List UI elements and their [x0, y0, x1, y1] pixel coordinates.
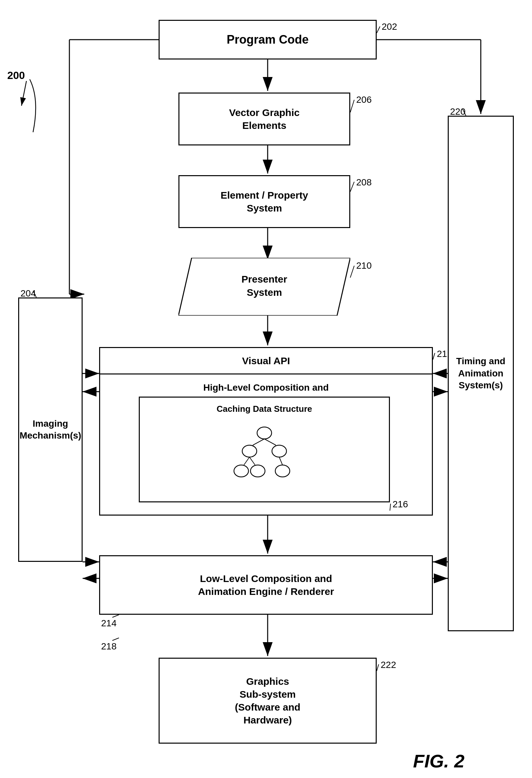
svg-line-49: [112, 638, 119, 640]
graphics-subsystem-label: GraphicsSub-system(Software andHardware): [235, 675, 300, 726]
svg-line-48: [21, 81, 26, 106]
program-code-box: Program Code: [159, 20, 377, 60]
imaging-box: ImagingMechanism(s): [18, 298, 83, 562]
svg-point-34: [272, 445, 287, 457]
ref-210: 210: [356, 260, 372, 271]
timing-animation-label: Timing andAnimationSystem(s): [456, 355, 506, 391]
diagram: Program Code 202 Vector GraphicElements …: [0, 0, 532, 778]
ref-206: 206: [356, 94, 372, 105]
caching-data-box: Caching Data Structure: [139, 397, 390, 502]
svg-line-45: [377, 664, 379, 671]
vector-graphic-label: Vector GraphicElements: [229, 106, 299, 132]
svg-line-44: [112, 615, 119, 617]
ref-218: 218: [101, 641, 117, 652]
timing-animation-box: Timing andAnimationSystem(s): [448, 116, 514, 631]
svg-line-30: [350, 266, 354, 278]
svg-line-25: [350, 100, 354, 112]
svg-point-36: [250, 465, 265, 477]
vector-graphic-box: Vector GraphicElements: [178, 92, 350, 145]
program-code-label: Program Code: [227, 32, 309, 48]
presenter-svg: Presenter System: [178, 258, 350, 316]
svg-line-39: [264, 439, 276, 445]
svg-point-33: [242, 445, 257, 457]
svg-text:System: System: [247, 287, 282, 298]
graphics-subsystem-box: GraphicsSub-system(Software andHardware): [159, 658, 377, 744]
ref-208: 208: [356, 177, 372, 188]
caching-tree-illustration: [231, 423, 297, 482]
ref-200: 200: [7, 69, 25, 82]
svg-line-40: [244, 457, 249, 465]
ref-204: 204: [20, 288, 36, 299]
visual-api-label: Visual API: [242, 354, 290, 367]
fig-label: FIG. 2: [413, 750, 465, 772]
ll-composition-label: Low-Level Composition andAnimation Engin…: [198, 572, 334, 598]
svg-line-42: [279, 457, 283, 465]
svg-line-24: [377, 26, 380, 33]
ref-220: 220: [450, 106, 466, 117]
svg-point-37: [275, 465, 290, 477]
ref-202: 202: [382, 21, 397, 32]
svg-marker-27: [178, 258, 350, 316]
svg-point-32: [257, 427, 272, 439]
ll-composition-box: Low-Level Composition andAnimation Engin…: [99, 555, 433, 615]
element-property-box: Element / PropertySystem: [178, 175, 350, 228]
svg-line-38: [253, 439, 264, 445]
svg-line-26: [350, 182, 354, 192]
svg-text:Presenter: Presenter: [241, 274, 288, 285]
svg-line-41: [249, 457, 255, 465]
ref-214: 214: [101, 618, 117, 629]
imaging-label: ImagingMechanism(s): [19, 418, 81, 442]
svg-point-35: [234, 465, 248, 477]
ref-222: 222: [381, 660, 396, 670]
svg-line-31: [433, 353, 435, 360]
element-property-label: Element / PropertySystem: [220, 189, 308, 215]
caching-data-label: Caching Data Structure: [217, 404, 312, 414]
ref-216: 216: [393, 499, 408, 510]
